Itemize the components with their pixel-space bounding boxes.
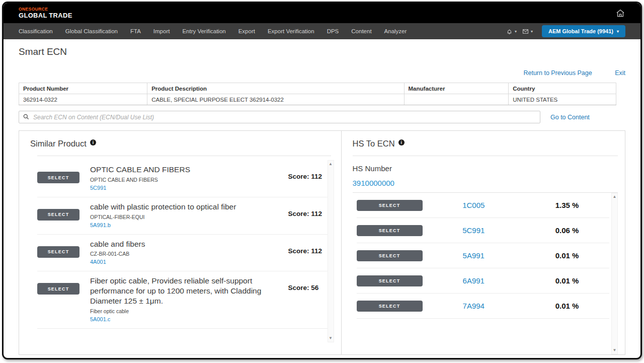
ecn-code-link[interactable]: 6A991 <box>423 276 525 285</box>
hs-to-ecn-title-text: HS To ECN <box>353 139 395 149</box>
page-content: Smart ECN Return to Previous Page Exit P… <box>4 39 640 355</box>
item-title: OPTIC CABLE AND FIBERS <box>90 165 283 175</box>
select-button[interactable]: SELECT <box>37 283 79 295</box>
account-label: AEM Global Trade (9941) <box>548 28 613 34</box>
ecn-code-link[interactable]: 5A991 <box>423 251 525 260</box>
percent-value: 1.35 % <box>525 201 609 209</box>
scroll-up-icon[interactable]: ▲ <box>613 195 617 199</box>
score-label: Score: 56 <box>288 276 328 292</box>
score-label: Score: 112 <box>288 202 328 217</box>
ecn-code-link[interactable]: 5C991 <box>90 185 106 191</box>
item-title: Fiber optic cable, Provides reliable sel… <box>90 276 283 306</box>
top-links: Return to Previous Page Exit <box>19 69 625 77</box>
col-header-product-description: Product Description <box>147 83 404 94</box>
return-to-previous-page-link[interactable]: Return to Previous Page <box>523 69 592 77</box>
nav-item-entry-verification[interactable]: Entry Verification <box>182 28 225 34</box>
item-subtitle: OPTIC CABLE AND FIBERS <box>90 177 283 183</box>
search-field-wrapper <box>19 111 540 123</box>
ecn-code-link[interactable]: 7A994 <box>423 302 525 310</box>
ecn-code-link[interactable]: 1C005 <box>423 201 525 209</box>
nav-right-cluster: ▾ ▾ AEM Global Trade (9941) ▾ <box>506 25 625 37</box>
nav-item-import[interactable]: Import <box>153 28 170 34</box>
score-label: Score: 112 <box>288 239 328 255</box>
nav-item-content[interactable]: Content <box>351 28 371 34</box>
search-input[interactable] <box>19 111 540 123</box>
exit-link[interactable]: Exit <box>615 69 625 77</box>
percent-value: 0.01 % <box>525 302 609 310</box>
list-item: SELECT Fiber optic cable, Provides relia… <box>37 271 328 328</box>
similar-product-list-wrapper: SELECT OPTIC CABLE AND FIBERS OPTIC CABL… <box>30 160 334 342</box>
nav-menu: Classification Global Classification FTA… <box>19 28 407 34</box>
hs-list: SELECT 1C005 1.35 % SELECT 5C991 0.06 % … <box>353 193 611 354</box>
account-dropdown-button[interactable]: AEM Global Trade (9941) ▾ <box>542 25 625 37</box>
ecn-code-link[interactable]: 5A991.b <box>90 222 111 228</box>
chevron-down-icon: ▾ <box>515 29 517 34</box>
chevron-down-icon: ▾ <box>531 29 533 34</box>
nav-item-export-verification[interactable]: Export Verification <box>268 28 314 34</box>
item-subtitle: CZ-BR-001-CAB <box>90 251 283 257</box>
info-icon[interactable]: i <box>90 139 96 146</box>
select-button[interactable]: SELECT <box>357 301 423 312</box>
item-title: cable with plastic protection to optical… <box>90 202 283 212</box>
top-header: ONESOURCE GLOBAL TRADE <box>4 3 640 23</box>
select-button[interactable]: SELECT <box>357 200 423 211</box>
scroll-up-icon[interactable]: ▲ <box>329 162 333 166</box>
select-button[interactable]: SELECT <box>37 172 79 183</box>
scrollbar[interactable]: ▲ ▼ <box>328 160 334 342</box>
cell-country: UNITED STATES <box>509 94 616 105</box>
main-nav: Classification Global Classification FTA… <box>4 23 640 39</box>
cell-product-description: CABLE, SPECIAL PURPOSE ELECT 362914-0322 <box>147 94 404 105</box>
percent-value: 0.06 % <box>525 226 609 235</box>
select-button[interactable]: SELECT <box>357 225 423 236</box>
similar-product-list: SELECT OPTIC CABLE AND FIBERS OPTIC CABL… <box>30 160 328 342</box>
similar-product-title: Similar Product i <box>30 139 334 149</box>
select-button[interactable]: SELECT <box>37 246 79 258</box>
notifications-menu[interactable]: ▾ <box>506 28 517 35</box>
list-item: SELECT 6A991 0.01 % <box>357 268 609 294</box>
go-to-content-link[interactable]: Go to Content <box>550 114 590 121</box>
divider <box>353 156 618 156</box>
select-button[interactable]: SELECT <box>37 209 79 221</box>
item-subtitle: Fiber optic cable <box>90 308 283 314</box>
hs-list-wrapper: SELECT 1C005 1.35 % SELECT 5C991 0.06 % … <box>353 193 618 354</box>
col-header-manufacturer: Manufacturer <box>404 83 509 94</box>
nav-item-classification[interactable]: Classification <box>19 28 53 34</box>
cell-product-number: 362914-0322 <box>19 94 147 105</box>
ecn-code-link[interactable]: 5C991 <box>423 226 525 235</box>
similar-product-panel: Similar Product i SELECT OPTIC CABLE AND… <box>19 131 342 354</box>
ecn-code-link[interactable]: 4A001 <box>90 259 106 265</box>
similar-product-title-text: Similar Product <box>30 139 87 149</box>
search-icon <box>23 113 30 120</box>
list-item: SELECT 7A994 0.01 % <box>357 294 609 319</box>
nav-item-analyzer[interactable]: Analyzer <box>384 28 407 34</box>
nav-item-global-classification[interactable]: Global Classification <box>65 28 118 34</box>
select-button[interactable]: SELECT <box>357 275 423 286</box>
ecn-code-link[interactable]: 5A001.c <box>90 316 110 322</box>
product-table-header-row: Product Number Product Description Manuf… <box>19 83 616 94</box>
messages-menu[interactable]: ▾ <box>522 28 533 35</box>
results-panels: Similar Product i SELECT OPTIC CABLE AND… <box>19 130 625 355</box>
hs-to-ecn-panel: HS To ECN i HS Number 3910000000 SELECT … <box>342 131 625 354</box>
list-item: SELECT 5A991 0.01 % <box>357 243 609 268</box>
percent-value: 0.01 % <box>525 276 609 285</box>
hs-to-ecn-title: HS To ECN i <box>353 139 618 149</box>
app-window: ONESOURCE GLOBAL TRADE Classification Gl… <box>2 2 642 359</box>
scrollbar[interactable]: ▲ ▼ <box>611 193 618 354</box>
nav-item-fta[interactable]: FTA <box>130 28 141 34</box>
hs-number-label: HS Number <box>353 164 618 173</box>
bell-icon <box>506 28 513 35</box>
item-title: cable and fibers <box>90 239 283 249</box>
list-item: SELECT cable with plastic protection to … <box>37 197 328 235</box>
select-button[interactable]: SELECT <box>357 250 423 261</box>
nav-item-export[interactable]: Export <box>238 28 255 34</box>
home-icon[interactable] <box>615 8 625 18</box>
page-title: Smart ECN <box>19 46 625 57</box>
list-item: SELECT OPTIC CABLE AND FIBERS OPTIC CABL… <box>37 160 328 197</box>
scroll-down-icon[interactable]: ▼ <box>329 336 333 340</box>
nav-item-dps[interactable]: DPS <box>327 28 339 34</box>
hs-number-link[interactable]: 3910000000 <box>353 179 618 187</box>
list-item: SELECT 1C005 1.35 % <box>357 193 609 218</box>
scroll-down-icon[interactable]: ▼ <box>613 348 617 352</box>
info-icon[interactable]: i <box>398 139 405 146</box>
score-label: Score: 112 <box>288 165 328 180</box>
